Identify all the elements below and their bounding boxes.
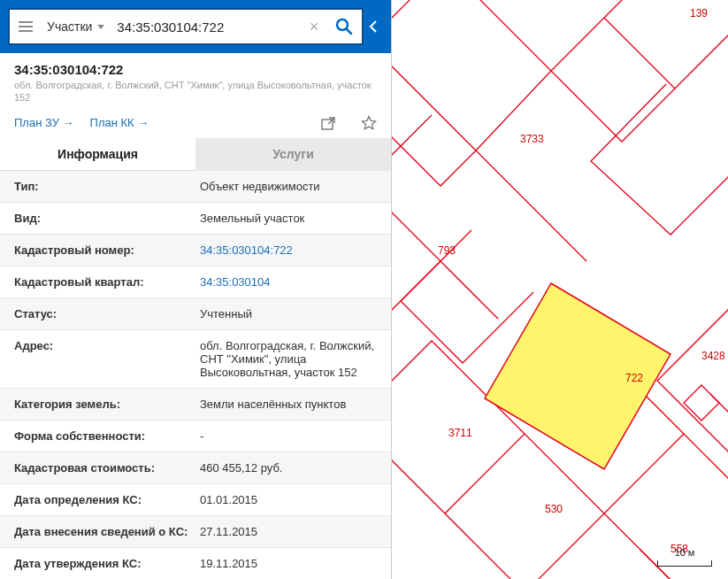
- plot-label: 3428: [701, 350, 725, 362]
- search-type-label: Участки: [47, 19, 92, 34]
- search-input[interactable]: [110, 19, 302, 35]
- menu-button[interactable]: [10, 10, 42, 43]
- info-row-label: Кадастровый номер:: [14, 243, 200, 257]
- info-row: Форма собственности:-: [0, 421, 391, 452]
- info-panel: Участки ×: [0, 0, 392, 579]
- plan-kk-link[interactable]: План КК →: [90, 116, 149, 129]
- info-row-value: обл. Волгоградская, г. Волжский, СНТ "Хи…: [200, 339, 377, 379]
- info-row-value: 01.01.2015: [200, 493, 377, 506]
- search-icon: [335, 18, 353, 35]
- cadastral-svg: [392, 0, 728, 579]
- plot-label: 3733: [520, 133, 544, 145]
- topbar: Участки ×: [0, 0, 391, 53]
- tabs: Информация Услуги: [0, 138, 391, 171]
- info-row: Адрес:обл. Волгоградская, г. Волжский, С…: [0, 330, 391, 389]
- search-type-dropdown[interactable]: Участки: [42, 19, 110, 34]
- map-canvas[interactable]: 139373379334287223711530558 10 м: [392, 0, 728, 579]
- clear-button[interactable]: ×: [302, 18, 326, 36]
- info-row-value: -: [200, 429, 377, 443]
- info-row-label: Статус:: [14, 307, 200, 320]
- object-address: обл. Волгоградская, г. Волжский, СНТ "Хи…: [14, 79, 377, 104]
- info-row-value: 460 455,12 руб.: [200, 461, 377, 475]
- plan-zu-link[interactable]: План ЗУ →: [14, 116, 74, 129]
- info-row: Кадастровая стоимость:460 455,12 руб.: [0, 452, 391, 484]
- info-row-label: Категория земель:: [14, 398, 200, 411]
- svg-line-1: [347, 29, 351, 34]
- info-row-value: 27.11.2015: [200, 525, 377, 538]
- info-row-value[interactable]: 34:35:030104: [200, 275, 377, 289]
- tab-services[interactable]: Услуги: [195, 138, 391, 171]
- info-row-value: Учтенный: [200, 307, 377, 320]
- info-row-label: Дата определения КС:: [14, 493, 200, 506]
- plot-label: 3711: [448, 427, 472, 439]
- plot-label: 139: [690, 7, 708, 19]
- info-row: Тип:Объект недвижимости: [0, 171, 391, 203]
- info-row-label: Кадастровый квартал:: [14, 275, 200, 289]
- info-row-label: Дата внесения сведений о КС:: [14, 525, 200, 538]
- plot-label: 722: [625, 372, 643, 384]
- close-icon: ×: [310, 18, 319, 35]
- info-row: Дата утверждения КС:19.11.2015: [0, 548, 391, 579]
- plot-label: 793: [438, 244, 456, 257]
- info-row-label: Кадастровая стоимость:: [14, 461, 200, 475]
- map-scale-bar: [657, 560, 712, 567]
- collapse-panel-button[interactable]: [364, 8, 383, 45]
- info-row-value: 19.11.2015: [200, 557, 377, 570]
- info-row-label: Тип:: [14, 180, 200, 193]
- info-row-value: Объект недвижимости: [200, 180, 377, 193]
- info-row-label: Вид:: [14, 212, 200, 225]
- search-box: Участки ×: [8, 8, 364, 45]
- info-row-value[interactable]: 34:35:030104:722: [200, 243, 377, 257]
- info-row: Категория земель:Земли населённых пункто…: [0, 389, 391, 421]
- info-table: Тип:Объект недвижимостиВид:Земельный уча…: [0, 171, 391, 579]
- hamburger-icon: [19, 21, 33, 32]
- info-row-label: Адрес:: [14, 339, 200, 352]
- info-row: Кадастровый квартал:34:35:030104: [0, 266, 391, 298]
- map-scale: 10 м: [657, 547, 712, 567]
- favorite-button[interactable]: [361, 115, 377, 131]
- info-row: Статус:Учтенный: [0, 298, 391, 330]
- tab-info[interactable]: Информация: [0, 138, 195, 171]
- info-row: Вид:Земельный участок: [0, 203, 391, 235]
- info-row-label: Дата утверждения КС:: [14, 557, 200, 570]
- info-row: Дата определения КС:01.01.2015: [0, 484, 391, 516]
- info-row-label: Форма собственности:: [14, 429, 200, 443]
- send-icon: [320, 115, 336, 131]
- info-row-value: Земли населённых пунктов: [200, 398, 377, 411]
- plot-label: 530: [545, 503, 563, 515]
- object-header: 34:35:030104:722 обл. Волгоградская, г. …: [0, 53, 391, 110]
- object-title: 34:35:030104:722: [14, 62, 377, 77]
- quick-links-row: План ЗУ → План КК →: [0, 110, 391, 138]
- chevron-left-icon: [369, 20, 378, 33]
- chevron-down-icon: [97, 25, 104, 29]
- star-icon: [361, 115, 377, 131]
- info-row: Дата внесения сведений о КС:27.11.2015: [0, 516, 391, 548]
- send-to-button[interactable]: [320, 115, 336, 131]
- map-scale-label: 10 м: [675, 547, 695, 558]
- info-row-value: Земельный участок: [200, 212, 377, 225]
- search-button[interactable]: [326, 10, 362, 43]
- info-row: Кадастровый номер:34:35:030104:722: [0, 235, 391, 266]
